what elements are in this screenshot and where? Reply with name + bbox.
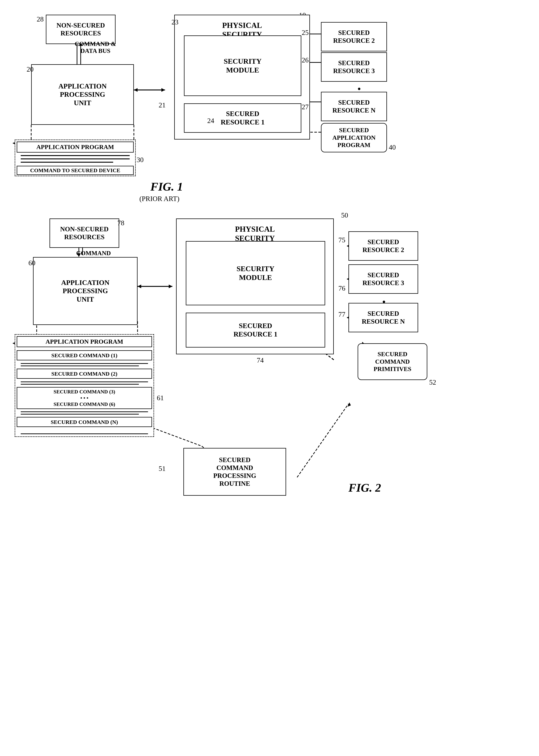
secured-resource-n-label-fig1: SECUREDRESOURCE N [332, 99, 375, 114]
label-51: 51 [159, 464, 166, 473]
physical-security-box-fig1: PHYSICALSECURITY SECURITYMODULE SECUREDR… [174, 15, 310, 140]
secured-command-primitives-label: SECUREDCOMMANDPRIMITIVES [374, 350, 411, 373]
non-secured-resources-box-fig1: NON-SECUREDRESOURCES [46, 15, 116, 44]
svg-marker-5 [161, 88, 165, 92]
secured-resource-3-label-fig1: SECUREDRESOURCE 3 [333, 59, 375, 75]
security-module-box-fig1: SECURITYMODULE [184, 36, 301, 96]
svg-line-45 [297, 404, 348, 477]
secured-resource-2-box-fig2: SECUREDRESOURCE 2 [348, 231, 418, 261]
label-52: 52 [429, 378, 436, 386]
secured-resource-n-box-fig2: SECUREDRESOURCE N [348, 303, 418, 332]
label-78: 78 [117, 219, 124, 227]
application-program-outer-box-fig1: APPLICATION PROGRAM COMMAND TO SECURED D… [15, 140, 136, 176]
secured-resource-n-box-fig1: SECUREDRESOURCE N [321, 92, 387, 121]
application-program-outer-box-fig2: APPLICATION PROGRAM SECURED COMMAND (1) … [15, 334, 154, 437]
secured-application-program-box-fig1: SECUREDAPPLICATIONPROGRAM [321, 123, 387, 152]
secured-command-2-box: SECURED COMMAND (2) [17, 369, 152, 379]
application-program-inner-box-fig1: APPLICATION PROGRAM [17, 142, 134, 152]
physical-security-label-fig2: PHYSICALSECURITY [177, 225, 333, 243]
security-module-box-fig2: SECURITYMODULE [186, 241, 325, 305]
non-secured-label-fig2: NON-SECUREDRESOURCES [60, 225, 109, 241]
secured-command-3-label: SECURED COMMAND (3) [53, 389, 115, 395]
secured-resource-2-label-fig1: SECUREDRESOURCE 2 [333, 29, 375, 45]
svg-marker-23 [137, 285, 141, 288]
secured-command-1-box: SECURED COMMAND (1) [17, 350, 152, 360]
secured-command-2-label: SECURED COMMAND (2) [51, 371, 117, 377]
security-module-label-fig2: SECURITYMODULE [237, 264, 274, 282]
svg-marker-6 [134, 88, 137, 92]
command-to-secured-device-label: COMMAND TO SECURED DEVICE [30, 167, 120, 173]
secured-resource-1-label-fig1: SECUREDRESOURCE 1 [221, 110, 265, 126]
secured-command-n-box: SECURED COMMAND (N) [17, 417, 152, 427]
security-module-label-fig1: SECURITYMODULE [224, 57, 262, 74]
label-77: 77 [338, 310, 345, 318]
secured-command-processing-label: SECUREDCOMMANDPROCESSINGROUTINE [213, 456, 256, 488]
secured-command-processing-box: SECUREDCOMMANDPROCESSINGROUTINE [184, 448, 286, 496]
label-21: 21 [159, 101, 166, 109]
fig2-label: FIG. 2 [348, 481, 381, 495]
label-25: 25 [302, 29, 309, 37]
fig1-label: FIG. 1 [150, 180, 183, 194]
secured-resource-2-box-fig1: SECUREDRESOURCE 2 [321, 22, 387, 51]
apu-label-fig2: APPLICATIONPROCESSINGUNIT [61, 278, 109, 304]
svg-marker-46 [347, 403, 351, 407]
label-61: 61 [157, 394, 164, 402]
label-24: 24 [207, 117, 214, 125]
non-secured-resources-box-fig2: NON-SECUREDRESOURCES [49, 219, 119, 248]
secured-resource-1-label-fig2: SECUREDRESOURCE 1 [233, 322, 277, 338]
label-30: 30 [137, 156, 144, 164]
label-60: 60 [29, 259, 36, 267]
secured-app-program-label-fig1: SECUREDAPPLICATIONPROGRAM [332, 127, 376, 149]
secured-resource-1-box-fig2: SECUREDRESOURCE 1 [186, 313, 325, 347]
secured-resource-1-box-fig1: SECUREDRESOURCE 1 [184, 103, 301, 133]
secured-resource-2-label-fig2: SECUREDRESOURCE 2 [362, 238, 404, 254]
app-program-label-fig1: APPLICATION PROGRAM [36, 143, 114, 150]
secured-command-1-label: SECURED COMMAND (1) [51, 352, 117, 358]
label-50: 50 [341, 211, 348, 219]
secured-command-3-6-box: SECURED COMMAND (3) • • • SECURED COMMAN… [17, 387, 152, 409]
apu-box-fig1: APPLICATIONPROCESSINGUNIT [31, 64, 134, 125]
label-28: 28 [37, 15, 44, 23]
secured-command-n-label: SECURED COMMAND (N) [51, 419, 118, 425]
command-data-bus-label-fig1: COMMAND &DATA BUS [72, 41, 119, 54]
secured-command-6-label: SECURED COMMAND (6) [53, 401, 115, 407]
command-to-secured-device-box: COMMAND TO SECURED DEVICE [17, 166, 134, 175]
secured-resource-3-label-fig2: SECUREDRESOURCE 3 [362, 271, 404, 287]
label-74: 74 [257, 356, 264, 364]
label-76: 76 [338, 284, 345, 292]
secured-command-primitives-box: SECUREDCOMMANDPRIMITIVES [358, 343, 427, 380]
secured-resource-3-box-fig2: SECUREDRESOURCE 3 [348, 264, 418, 294]
label-20: 20 [27, 65, 34, 73]
label-27: 27 [302, 103, 309, 111]
svg-marker-22 [169, 285, 172, 288]
label-75: 75 [338, 236, 345, 244]
app-program-header-box: APPLICATION PROGRAM [17, 336, 152, 347]
physical-security-box-fig2: PHYSICALSECURITY SECURITYMODULE SECUREDR… [176, 219, 334, 354]
label-26: 26 [302, 56, 309, 64]
non-secured-label-fig1: NON-SECUREDRESOURCES [56, 22, 105, 37]
secured-resource-3-box-fig1: SECUREDRESOURCE 3 [321, 52, 387, 82]
app-program-label-fig2: APPLICATION PROGRAM [45, 338, 123, 345]
apu-box-fig2: APPLICATIONPROCESSINGUNIT [33, 257, 137, 325]
secured-resource-n-label-fig2: SECUREDRESOURCE N [362, 310, 405, 326]
fig1-sublabel: (PRIOR ART) [139, 195, 179, 203]
label-23: 23 [172, 18, 179, 26]
apu-label-fig1: APPLICATIONPROCESSINGUNIT [58, 82, 107, 107]
label-40: 40 [389, 143, 396, 151]
